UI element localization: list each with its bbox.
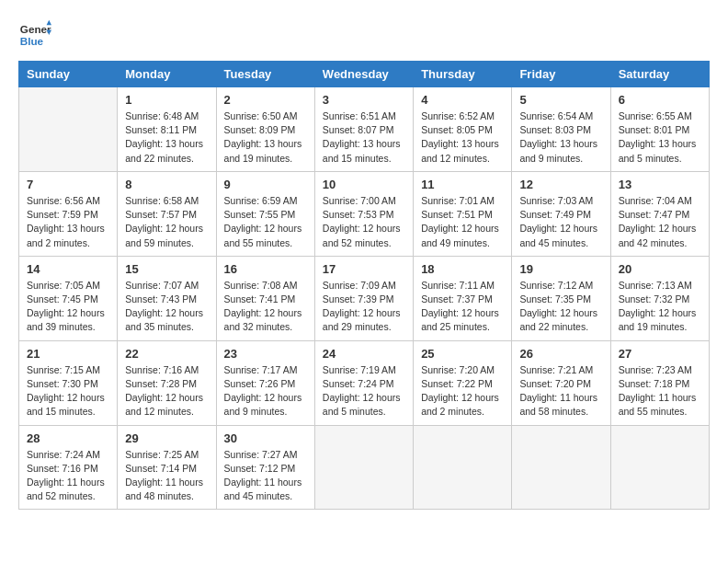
day-number: 6: [619, 93, 701, 107]
day-info: Sunrise: 7:27 AMSunset: 7:12 PMDaylight:…: [224, 448, 307, 504]
day-number: 9: [224, 178, 307, 191]
day-number: 28: [27, 431, 109, 445]
day-number: 23: [224, 347, 307, 361]
calendar-cell: [610, 425, 709, 510]
day-info: Sunrise: 7:08 AMSunset: 7:41 PMDaylight:…: [224, 279, 307, 335]
day-number: 16: [224, 262, 307, 276]
calendar-cell: 21 Sunrise: 7:15 AMSunset: 7:30 PMDaylig…: [19, 340, 118, 425]
day-info: Sunrise: 6:54 AMSunset: 8:03 PMDaylight:…: [519, 109, 602, 166]
day-number: 10: [323, 178, 405, 191]
column-header-tuesday: Tuesday: [216, 62, 314, 87]
day-number: 12: [519, 178, 602, 191]
day-number: 7: [27, 178, 109, 191]
calendar-cell: [512, 425, 610, 510]
day-number: 2: [224, 93, 307, 107]
day-number: 14: [27, 262, 109, 276]
day-info: Sunrise: 7:11 AMSunset: 7:37 PMDaylight:…: [421, 279, 504, 335]
logo-icon: General Blue: [18, 18, 51, 52]
calendar-cell: 24 Sunrise: 7:19 AMSunset: 7:24 PMDaylig…: [314, 340, 413, 425]
day-info: Sunrise: 7:21 AMSunset: 7:20 PMDaylight:…: [519, 363, 602, 419]
calendar-cell: 28 Sunrise: 7:24 AMSunset: 7:16 PMDaylig…: [19, 425, 118, 510]
calendar-cell: [414, 425, 512, 510]
day-info: Sunrise: 6:55 AMSunset: 8:01 PMDaylight:…: [619, 109, 701, 166]
day-number: 5: [519, 93, 602, 107]
day-info: Sunrise: 7:07 AMSunset: 7:43 PMDaylight:…: [125, 279, 208, 335]
day-number: 3: [323, 93, 405, 107]
day-info: Sunrise: 7:12 AMSunset: 7:35 PMDaylight:…: [519, 279, 602, 335]
calendar-cell: 3 Sunrise: 6:51 AMSunset: 8:07 PMDayligh…: [314, 87, 413, 172]
day-info: Sunrise: 7:04 AMSunset: 7:47 PMDaylight:…: [619, 194, 701, 250]
calendar-cell: 20 Sunrise: 7:13 AMSunset: 7:32 PMDaylig…: [610, 256, 709, 340]
calendar-cell: 17 Sunrise: 7:09 AMSunset: 7:39 PMDaylig…: [314, 256, 413, 340]
week-row-1: 1 Sunrise: 6:48 AMSunset: 8:11 PMDayligh…: [19, 87, 710, 172]
column-header-friday: Friday: [512, 62, 610, 87]
day-number: 20: [619, 262, 701, 276]
day-number: 17: [323, 262, 405, 276]
calendar-cell: 22 Sunrise: 7:16 AMSunset: 7:28 PMDaylig…: [118, 340, 216, 425]
column-header-monday: Monday: [118, 62, 216, 87]
day-number: 25: [421, 347, 504, 361]
calendar-cell: 1 Sunrise: 6:48 AMSunset: 8:11 PMDayligh…: [118, 87, 216, 172]
day-info: Sunrise: 7:01 AMSunset: 7:51 PMDaylight:…: [421, 194, 504, 250]
calendar-cell: 7 Sunrise: 6:56 AMSunset: 7:59 PMDayligh…: [19, 171, 118, 256]
week-row-3: 14 Sunrise: 7:05 AMSunset: 7:45 PMDaylig…: [19, 256, 710, 340]
day-info: Sunrise: 7:15 AMSunset: 7:30 PMDaylight:…: [27, 363, 109, 419]
day-number: 11: [421, 178, 504, 191]
calendar-cell: 11 Sunrise: 7:01 AMSunset: 7:51 PMDaylig…: [414, 171, 512, 256]
calendar-cell: 16 Sunrise: 7:08 AMSunset: 7:41 PMDaylig…: [216, 256, 314, 340]
logo: General Blue: [18, 18, 51, 52]
day-number: 21: [27, 347, 109, 361]
calendar-cell: 29 Sunrise: 7:25 AMSunset: 7:14 PMDaylig…: [118, 425, 216, 510]
day-number: 1: [125, 93, 208, 107]
day-info: Sunrise: 7:03 AMSunset: 7:49 PMDaylight:…: [519, 194, 602, 250]
day-number: 26: [519, 347, 602, 361]
day-info: Sunrise: 7:20 AMSunset: 7:22 PMDaylight:…: [421, 363, 504, 419]
day-info: Sunrise: 6:56 AMSunset: 7:59 PMDaylight:…: [27, 194, 109, 250]
day-number: 18: [421, 262, 504, 276]
day-info: Sunrise: 6:48 AMSunset: 8:11 PMDaylight:…: [125, 109, 208, 166]
calendar-cell: 12 Sunrise: 7:03 AMSunset: 7:49 PMDaylig…: [512, 171, 610, 256]
day-info: Sunrise: 6:50 AMSunset: 8:09 PMDaylight:…: [224, 109, 307, 166]
calendar-cell: 25 Sunrise: 7:20 AMSunset: 7:22 PMDaylig…: [414, 340, 512, 425]
calendar-cell: 8 Sunrise: 6:58 AMSunset: 7:57 PMDayligh…: [118, 171, 216, 256]
day-number: 13: [619, 178, 701, 191]
column-header-saturday: Saturday: [610, 62, 709, 87]
day-info: Sunrise: 7:25 AMSunset: 7:14 PMDaylight:…: [125, 448, 208, 504]
calendar-cell: 23 Sunrise: 7:17 AMSunset: 7:26 PMDaylig…: [216, 340, 314, 425]
day-number: 15: [125, 262, 208, 276]
calendar-cell: 18 Sunrise: 7:11 AMSunset: 7:37 PMDaylig…: [414, 256, 512, 340]
header-row: SundayMondayTuesdayWednesdayThursdayFrid…: [19, 62, 710, 87]
day-info: Sunrise: 7:19 AMSunset: 7:24 PMDaylight:…: [323, 363, 405, 419]
day-number: 4: [421, 93, 504, 107]
calendar-cell: 27 Sunrise: 7:23 AMSunset: 7:18 PMDaylig…: [610, 340, 709, 425]
day-info: Sunrise: 6:58 AMSunset: 7:57 PMDaylight:…: [125, 194, 208, 250]
page-header: General Blue: [18, 18, 710, 52]
calendar-cell: 19 Sunrise: 7:12 AMSunset: 7:35 PMDaylig…: [512, 256, 610, 340]
day-number: 29: [125, 431, 208, 445]
calendar-cell: 10 Sunrise: 7:00 AMSunset: 7:53 PMDaylig…: [314, 171, 413, 256]
week-row-4: 21 Sunrise: 7:15 AMSunset: 7:30 PMDaylig…: [19, 340, 710, 425]
calendar-cell: 15 Sunrise: 7:07 AMSunset: 7:43 PMDaylig…: [118, 256, 216, 340]
calendar-cell: 5 Sunrise: 6:54 AMSunset: 8:03 PMDayligh…: [512, 87, 610, 172]
day-number: 22: [125, 347, 208, 361]
day-number: 19: [519, 262, 602, 276]
calendar-cell: 14 Sunrise: 7:05 AMSunset: 7:45 PMDaylig…: [19, 256, 118, 340]
column-header-sunday: Sunday: [19, 62, 118, 87]
day-info: Sunrise: 6:52 AMSunset: 8:05 PMDaylight:…: [421, 109, 504, 166]
week-row-5: 28 Sunrise: 7:24 AMSunset: 7:16 PMDaylig…: [19, 425, 710, 510]
day-info: Sunrise: 6:59 AMSunset: 7:55 PMDaylight:…: [224, 194, 307, 250]
week-row-2: 7 Sunrise: 6:56 AMSunset: 7:59 PMDayligh…: [19, 171, 710, 256]
day-number: 30: [224, 431, 307, 445]
day-number: 24: [323, 347, 405, 361]
calendar-cell: 6 Sunrise: 6:55 AMSunset: 8:01 PMDayligh…: [610, 87, 709, 172]
calendar-cell: 30 Sunrise: 7:27 AMSunset: 7:12 PMDaylig…: [216, 425, 314, 510]
day-info: Sunrise: 7:00 AMSunset: 7:53 PMDaylight:…: [323, 194, 405, 250]
day-info: Sunrise: 7:17 AMSunset: 7:26 PMDaylight:…: [224, 363, 307, 419]
calendar-table: SundayMondayTuesdayWednesdayThursdayFrid…: [18, 61, 710, 510]
column-header-thursday: Thursday: [414, 62, 512, 87]
day-info: Sunrise: 7:09 AMSunset: 7:39 PMDaylight:…: [323, 279, 405, 335]
calendar-cell: 13 Sunrise: 7:04 AMSunset: 7:47 PMDaylig…: [610, 171, 709, 256]
calendar-cell: [314, 425, 413, 510]
svg-text:Blue: Blue: [20, 35, 44, 47]
column-header-wednesday: Wednesday: [314, 62, 413, 87]
